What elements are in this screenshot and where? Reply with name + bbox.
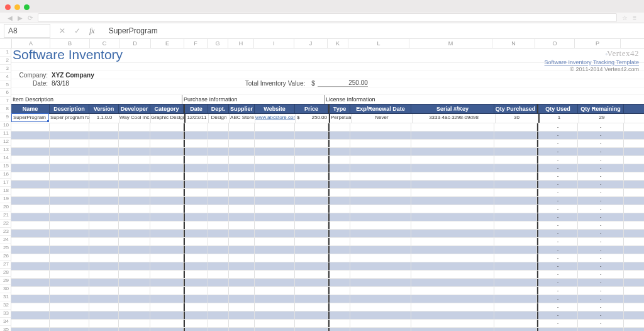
cell-empty[interactable] [184, 172, 208, 180]
cell-empty[interactable] [11, 197, 50, 205]
cell-empty[interactable] [50, 205, 89, 213]
cell-empty[interactable]: - [537, 189, 578, 196]
cell-empty[interactable] [150, 148, 184, 155]
cell-empty[interactable] [50, 279, 89, 286]
cell-empty[interactable] [229, 132, 255, 139]
cell-empty[interactable] [328, 230, 350, 237]
col-letter[interactable]: F [184, 39, 208, 48]
cell-empty[interactable]: - [578, 197, 624, 205]
cell-empty[interactable] [229, 148, 255, 155]
cell-empty[interactable] [411, 279, 494, 286]
cell-empty[interactable]: - [537, 254, 578, 262]
cell-empty[interactable] [11, 148, 50, 155]
cell-empty[interactable] [50, 181, 89, 188]
cell-empty[interactable] [494, 189, 537, 196]
cell-empty[interactable] [255, 189, 295, 196]
cell-empty[interactable] [119, 238, 150, 245]
row-number[interactable]: 8 [0, 105, 11, 113]
col-serial[interactable]: Serial #/Key [411, 104, 494, 113]
cell-empty[interactable] [350, 140, 411, 147]
cell-empty[interactable] [150, 172, 184, 180]
cell-empty[interactable] [119, 262, 150, 270]
cell-empty[interactable] [411, 295, 494, 303]
cell-empty[interactable] [411, 320, 494, 327]
cell-empty[interactable] [150, 328, 184, 331]
cell-empty[interactable] [184, 123, 208, 131]
cell-empty[interactable] [494, 230, 537, 237]
cell-empty[interactable] [229, 181, 255, 188]
cell-empty[interactable] [328, 189, 350, 196]
select-all-corner[interactable] [0, 39, 12, 48]
cell-empty[interactable] [255, 271, 295, 278]
cell-empty[interactable] [119, 123, 150, 131]
cell-empty[interactable] [229, 197, 255, 205]
row-number[interactable]: 1 [0, 48, 11, 57]
table-row[interactable]: -- [11, 254, 644, 262]
cell-empty[interactable] [11, 320, 50, 327]
col-letter[interactable]: N [492, 39, 535, 48]
cell-empty[interactable] [208, 262, 229, 270]
col-description[interactable]: Description [50, 104, 89, 113]
cell-empty[interactable]: - [537, 295, 578, 303]
cell-empty[interactable] [494, 295, 537, 303]
cell-empty[interactable] [208, 238, 229, 245]
cell-empty[interactable] [150, 123, 184, 131]
cell-empty[interactable] [295, 164, 328, 172]
cell-empty[interactable] [255, 230, 295, 237]
cell-empty[interactable] [295, 181, 328, 188]
cell-empty[interactable] [184, 238, 208, 245]
cell-empty[interactable] [89, 189, 119, 196]
cell-empty[interactable] [119, 181, 150, 188]
cell-empty[interactable] [208, 230, 229, 237]
cell-empty[interactable] [11, 172, 50, 180]
cell-empty[interactable] [255, 140, 295, 147]
cell-empty[interactable] [89, 132, 119, 139]
row-number[interactable]: 31 [0, 293, 11, 301]
cell-empty[interactable] [50, 148, 89, 155]
cell-empty[interactable] [295, 189, 328, 196]
cell-empty[interactable] [229, 328, 255, 331]
cell-empty[interactable]: - [578, 222, 624, 229]
cell-empty[interactable] [295, 246, 328, 254]
cell-empty[interactable] [229, 271, 255, 278]
cell-empty[interactable] [11, 238, 50, 245]
cell-empty[interactable] [89, 238, 119, 245]
cell-empty[interactable] [89, 156, 119, 164]
cell-empty[interactable] [184, 181, 208, 188]
row-number[interactable]: 16 [0, 171, 11, 179]
cell-empty[interactable]: - [578, 205, 624, 213]
cell-empty[interactable] [50, 238, 89, 245]
cell-empty[interactable]: - [537, 287, 578, 295]
cell-empty[interactable] [50, 303, 89, 311]
cell-empty[interactable] [350, 197, 411, 205]
cell-empty[interactable] [184, 213, 208, 221]
cell-empty[interactable]: - [537, 172, 578, 180]
table-row[interactable]: -- [11, 230, 644, 238]
cell-empty[interactable] [150, 320, 184, 327]
row-number[interactable]: 6 [0, 89, 11, 97]
cell-empty[interactable] [328, 238, 350, 245]
row-number[interactable]: 2 [0, 57, 11, 65]
cell-empty[interactable] [328, 156, 350, 164]
cell-empty[interactable] [255, 197, 295, 205]
cell-empty[interactable] [494, 303, 537, 311]
cell-empty[interactable] [11, 205, 50, 213]
cell-empty[interactable]: - [578, 295, 624, 303]
cell-empty[interactable] [255, 213, 295, 221]
table-row[interactable]: -- [11, 271, 644, 279]
cell-empty[interactable] [184, 164, 208, 172]
cell-empty[interactable] [150, 213, 184, 221]
cell-empty[interactable] [184, 230, 208, 237]
table-row[interactable]: -- [11, 287, 644, 295]
cell-empty[interactable] [89, 213, 119, 221]
cell-empty[interactable] [255, 279, 295, 286]
row-number[interactable]: 18 [0, 187, 11, 195]
cell-empty[interactable] [494, 164, 537, 172]
cell-empty[interactable] [328, 222, 350, 229]
cell-empty[interactable] [350, 156, 411, 164]
cell-empty[interactable] [411, 222, 494, 229]
cell-empty[interactable] [229, 246, 255, 254]
cell-empty[interactable] [89, 279, 119, 286]
cell-empty[interactable] [255, 181, 295, 188]
date-value[interactable]: 8/3/18 [48, 80, 69, 87]
